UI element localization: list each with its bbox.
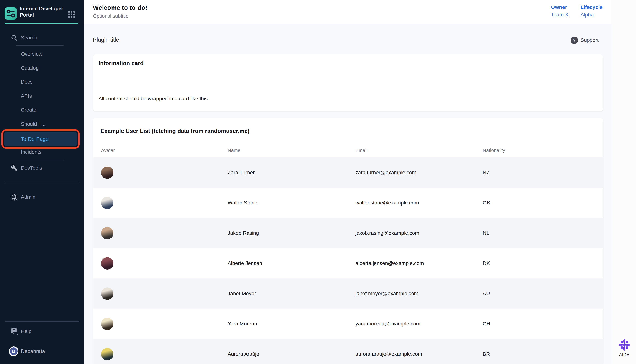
- user-photo-avatar: [101, 197, 114, 209]
- main-area: Welcome to to-do! Optional subtitle Owne…: [84, 0, 612, 364]
- cell-nationality: BR: [483, 351, 603, 357]
- sidebar-item-should-i[interactable]: Should I ...: [0, 118, 84, 130]
- user-photo-avatar: [101, 348, 114, 360]
- cell-email: yara.moreau@example.com: [356, 321, 483, 327]
- cell-email: zara.turner@example.com: [356, 170, 483, 176]
- table-row: Alberte Jensen alberte.jensen@example.co…: [93, 248, 603, 278]
- user-name-label: Debabrata: [21, 348, 45, 354]
- owner-value-link[interactable]: Team X: [551, 12, 568, 18]
- right-rail: AIDA: [612, 0, 636, 364]
- sidebar-item-label: Search: [21, 35, 37, 41]
- cell-email: janet.meyer@example.com: [356, 290, 483, 296]
- sidebar-item-admin[interactable]: Admin: [0, 192, 84, 203]
- sidebar-item-search[interactable]: Search: [0, 32, 84, 43]
- sidebar-item-docs[interactable]: Docs: [0, 76, 84, 88]
- page-title: Welcome to to-do!: [93, 4, 148, 11]
- column-header-avatar: Avatar: [101, 148, 228, 153]
- aida-widget-button[interactable]: AIDA: [612, 338, 636, 357]
- lifecycle-label[interactable]: Lifecycle: [580, 4, 602, 10]
- sidebar-divider: [4, 183, 79, 183]
- cell-nationality: AU: [483, 290, 603, 296]
- cell-nationality: DK: [483, 260, 603, 266]
- wrench-icon: [11, 164, 18, 172]
- sidebar-item-label: Docs: [21, 79, 33, 85]
- aida-flower-icon: [618, 338, 631, 352]
- user-list-title: Example User List (fetching data from ra…: [100, 128, 250, 134]
- user-photo-avatar: [101, 227, 114, 239]
- app-window: Internal Developer Portal Search Overvie…: [0, 0, 636, 364]
- search-icon: [11, 35, 17, 41]
- sidebar-item-help[interactable]: ? Help: [0, 326, 84, 337]
- owner-label[interactable]: Owner: [551, 4, 568, 10]
- sidebar-divider: [16, 45, 64, 46]
- table-row: Yara Moreau yara.moreau@example.com CH: [93, 309, 603, 339]
- lifecycle-value-link[interactable]: Alpha: [580, 12, 602, 18]
- apps-grid-icon[interactable]: [68, 10, 76, 18]
- table-row: Jakob Rasing jakob.rasing@example.com NL: [93, 218, 603, 248]
- sidebar-item-overview[interactable]: Overview: [0, 48, 84, 60]
- sidebar-item-label: Admin: [21, 194, 36, 200]
- user-photo-avatar: [101, 166, 114, 179]
- table-row: Zara Turner zara.turner@example.com NZ: [93, 158, 603, 188]
- column-header-nationality: Nationality: [483, 148, 603, 153]
- sidebar-item-label: Help: [21, 328, 32, 334]
- sidebar-item-label: Should I ...: [21, 121, 46, 127]
- sidebar-item-label: Create: [21, 107, 36, 113]
- sidebar-item-label: APIs: [21, 93, 32, 99]
- question-mark-icon: ?: [570, 36, 578, 44]
- sidebar-item-label: Catalog: [21, 65, 39, 71]
- help-chat-icon: ?: [10, 327, 18, 336]
- sidebar-item-apis[interactable]: APIs: [0, 90, 84, 102]
- cell-email: aurora.araujo@example.com: [356, 351, 483, 357]
- cell-name: Yara Moreau: [228, 321, 356, 327]
- brand-logo-icon[interactable]: [4, 8, 17, 20]
- cell-nationality: GB: [483, 200, 603, 206]
- svg-text:?: ?: [13, 328, 15, 332]
- gear-icon: [10, 193, 18, 201]
- cell-name: Jakob Rasing: [228, 230, 356, 236]
- sidebar-accent-divider: [4, 23, 78, 24]
- user-photo-avatar: [101, 288, 114, 300]
- sidebar-item-user[interactable]: Debabrata: [0, 346, 84, 357]
- cell-name: Aurora Araújo: [228, 351, 356, 357]
- cell-name: Walter Stone: [228, 200, 356, 206]
- sidebar-item-label: Overview: [21, 51, 42, 57]
- sidebar-item-catalog[interactable]: Catalog: [0, 62, 84, 74]
- column-header-name: Name: [228, 148, 356, 153]
- table-body: Zara Turner zara.turner@example.com NZ W…: [93, 158, 603, 364]
- plugin-title: Plugin title: [93, 36, 119, 43]
- user-photo-avatar: [101, 318, 114, 330]
- sidebar-item-devtools[interactable]: DevTools: [0, 162, 84, 174]
- sidebar-item-label: DevTools: [21, 165, 42, 171]
- support-label: Support: [580, 37, 598, 43]
- information-card-title: Information card: [98, 60, 144, 66]
- sidebar-item-label: Incidents: [21, 149, 42, 155]
- cell-nationality: CH: [483, 321, 603, 327]
- highlight-ring: To Do Page: [2, 130, 80, 148]
- page-header: Welcome to to-do! Optional subtitle Owne…: [84, 0, 612, 24]
- owner-meta: Owner Team X: [551, 4, 568, 18]
- cell-name: Janet Meyer: [228, 290, 356, 296]
- sidebar-divider: [4, 321, 79, 322]
- cell-nationality: NL: [483, 230, 603, 236]
- lifecycle-meta: Lifecycle Alpha: [580, 4, 602, 18]
- sidebar-divider: [16, 160, 64, 160]
- information-card: Information card All content should be w…: [93, 54, 603, 111]
- page-subtitle: Optional subtitle: [93, 13, 128, 19]
- cell-nationality: NZ: [483, 170, 603, 176]
- cell-name: Zara Turner: [228, 170, 356, 176]
- sidebar-item-create[interactable]: Create: [0, 104, 84, 116]
- brand-title: Internal Developer Portal: [20, 6, 66, 18]
- table-row: Aurora Araújo aurora.araujo@example.com …: [93, 339, 603, 364]
- column-header-email: Email: [356, 148, 483, 153]
- sidebar-item-to-do-page[interactable]: To Do Page: [4, 132, 77, 146]
- sidebar-item-incidents[interactable]: Incidents: [0, 146, 84, 158]
- sidebar-item-label: To Do Page: [21, 136, 49, 142]
- cell-name: Alberte Jensen: [228, 260, 356, 266]
- information-card-body: All content should be wrapped in a card …: [98, 96, 209, 102]
- support-button[interactable]: ? Support: [570, 36, 598, 44]
- table-row: Walter Stone walter.stone@example.com GB: [93, 188, 603, 218]
- user-photo-avatar: [101, 257, 114, 270]
- cell-email: jakob.rasing@example.com: [356, 230, 483, 236]
- sidebar: Internal Developer Portal Search Overvie…: [0, 0, 84, 364]
